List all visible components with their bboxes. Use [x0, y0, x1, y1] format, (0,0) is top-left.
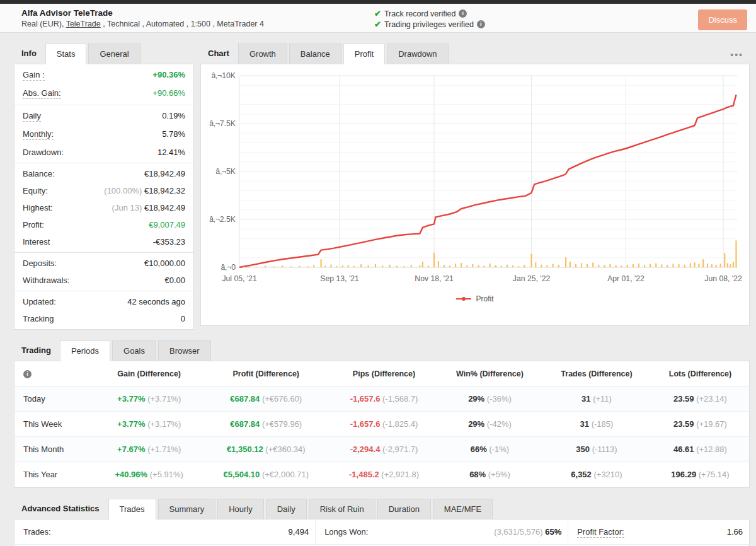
- advanced-stats-title: Advanced Statistics: [14, 498, 108, 519]
- daily-label: Daily: [23, 111, 41, 122]
- stat-row-daily: Daily 0.19%: [14, 107, 193, 125]
- abs-gain-label: Abs. Gain:: [23, 88, 61, 99]
- stats-card: Gain : +90.36% Abs. Gain: +90.66% Daily …: [14, 64, 194, 330]
- longs-won-label: Longs Won:: [316, 520, 474, 545]
- stat-row-balance: Balance: €18,942.49: [14, 165, 193, 182]
- withdrawals-value: €0.00: [164, 276, 185, 285]
- chart-panel-tabbar: Chart Growth Balance Profit Drawdown •••: [200, 43, 750, 64]
- row-label: This Month: [14, 437, 96, 462]
- win-diff: (-36%): [487, 394, 512, 404]
- discuss-button[interactable]: Discuss: [698, 9, 747, 30]
- tracking-value: 0: [181, 314, 185, 323]
- tab-browser[interactable]: Browser: [158, 340, 211, 361]
- gain-value: +7.67%: [117, 444, 145, 454]
- tab-general[interactable]: General: [88, 44, 140, 64]
- tab-summary[interactable]: Summary: [158, 499, 216, 519]
- tab-balance[interactable]: Balance: [289, 44, 341, 64]
- tab-mae-mfe[interactable]: MAE/MFE: [433, 499, 493, 519]
- svg-text:Jun 08, '22: Jun 08, '22: [704, 274, 742, 283]
- longs-won-pct: 65%: [545, 527, 561, 537]
- svg-text:â‚¬0: â‚¬0: [220, 263, 236, 272]
- equity-label: Equity:: [23, 186, 48, 195]
- track-record-verified-label: Track record verified: [384, 9, 455, 18]
- withdrawals-label: Withdrawals:: [23, 276, 69, 285]
- advanced-stats-table: Trades: 9,494 Longs Won: (3,631/5,576) 6…: [14, 520, 749, 546]
- gain-value: +3.77%: [117, 419, 145, 429]
- trades-value: 31: [581, 394, 590, 404]
- win-value: 68%: [469, 470, 486, 479]
- stat-row-abs-gain: Abs. Gain: +90.66%: [14, 84, 193, 103]
- stat-row-updated: Updated: 42 seconds ago: [14, 293, 193, 310]
- tab-risk-of-ruin[interactable]: Risk of Ruin: [309, 499, 375, 519]
- profit-value: €687.84: [230, 419, 260, 429]
- table-row: Trades: 9,494 Longs Won: (3,631/5,576) 6…: [14, 520, 749, 545]
- info-icon[interactable]: i: [477, 20, 485, 28]
- stat-row-profit: Profit: €9,007.49: [14, 216, 193, 233]
- info-icon[interactable]: i: [459, 9, 467, 18]
- profit-diff: (+€579.96): [262, 419, 302, 429]
- lots-value: 23.59: [673, 394, 694, 404]
- balance-value: €18,942.49: [144, 169, 185, 178]
- row-label: This Week: [14, 412, 96, 437]
- broker-link[interactable]: TeleTrade: [66, 20, 101, 28]
- tab-hourly[interactable]: Hourly: [217, 499, 264, 519]
- profit-value: €1,350.12: [227, 444, 263, 454]
- gain-value: +40.96%: [115, 470, 147, 479]
- tab-drawdown[interactable]: Drawdown: [387, 44, 448, 64]
- trades-diff: (-1113): [592, 444, 617, 454]
- updated-label: Updated:: [23, 297, 56, 306]
- tab-growth[interactable]: Growth: [238, 44, 287, 64]
- drawdown-value: 12.41%: [158, 148, 185, 157]
- tab-profit[interactable]: Profit: [343, 44, 385, 64]
- tab-duration[interactable]: Duration: [377, 499, 431, 519]
- win-diff: (-42%): [487, 419, 512, 429]
- trades-value: 350: [576, 444, 590, 454]
- win-value: 29%: [468, 419, 484, 429]
- tab-daily[interactable]: Daily: [266, 499, 307, 519]
- lots-diff: (+19.67): [696, 419, 727, 429]
- trading-panel-title: Trading: [14, 340, 60, 361]
- tab-stats[interactable]: Stats: [45, 44, 87, 64]
- info-panel-tabbar: Info Stats General: [14, 43, 194, 64]
- trades-diff: (+11): [593, 394, 612, 404]
- trades-value: 9,494: [223, 520, 316, 545]
- stat-row-highest: Highest: (Jun 13) €18,942.49: [14, 199, 193, 216]
- table-row-today: Today +3.77% (+3.71%) €687.84 (+€676.60)…: [14, 386, 749, 412]
- svg-text:â‚¬2.5K: â‚¬2.5K: [209, 215, 236, 224]
- tab-goals[interactable]: Goals: [112, 340, 156, 361]
- interest-label: Interest: [23, 237, 50, 247]
- highest-value: (Jun 13) €18,942.49: [112, 203, 185, 212]
- chart-menu-icon[interactable]: •••: [724, 46, 750, 64]
- periods-card: i Gain (Difference) Profit (Difference) …: [14, 361, 750, 488]
- daily-value: 0.19%: [162, 111, 185, 120]
- trades-diff: (-185): [592, 419, 614, 429]
- info-icon[interactable]: i: [23, 370, 32, 378]
- col-profit: Profit (Difference): [202, 361, 330, 386]
- deposits-value: €10,000.00: [144, 258, 185, 268]
- advanced-stats-card: Trades: 9,494 Longs Won: (3,631/5,576) 6…: [14, 519, 750, 546]
- gain-diff: (+5.91%): [150, 470, 183, 479]
- svg-text:Jul 05, '21: Jul 05, '21: [222, 274, 257, 283]
- stat-row-monthly: Monthly: 5.78%: [14, 125, 193, 144]
- col-gain: Gain (Difference): [96, 361, 202, 386]
- lots-value: 46.61: [673, 444, 694, 454]
- row-label: This Year: [14, 462, 96, 487]
- svg-text:Nov 18, '21: Nov 18, '21: [415, 274, 454, 283]
- col-trades: Trades (Difference): [542, 361, 651, 386]
- gain-value: +3.77%: [117, 394, 145, 404]
- check-icon: ✔: [374, 9, 381, 18]
- abs-gain-value: +90.66%: [152, 88, 185, 98]
- svg-text:â‚¬7.5K: â‚¬7.5K: [209, 119, 236, 128]
- stat-row-drawdown: Drawdown: 12.41%: [14, 144, 193, 161]
- gain-diff: (+1.71%): [147, 444, 181, 454]
- periods-table: i Gain (Difference) Profit (Difference) …: [14, 361, 749, 487]
- col-lots: Lots (Difference): [651, 361, 749, 386]
- highest-label: Highest:: [23, 203, 53, 212]
- equity-value: (100.00%) €18,942.32: [104, 186, 185, 195]
- tracking-label: Tracking: [23, 314, 54, 323]
- lots-value: 196.29: [671, 470, 696, 479]
- tab-periods[interactable]: Periods: [60, 340, 110, 361]
- pips-diff: (-1,568.7): [382, 394, 418, 404]
- tab-trades[interactable]: Trades: [108, 499, 156, 520]
- col-win: Win% (Difference): [438, 361, 542, 386]
